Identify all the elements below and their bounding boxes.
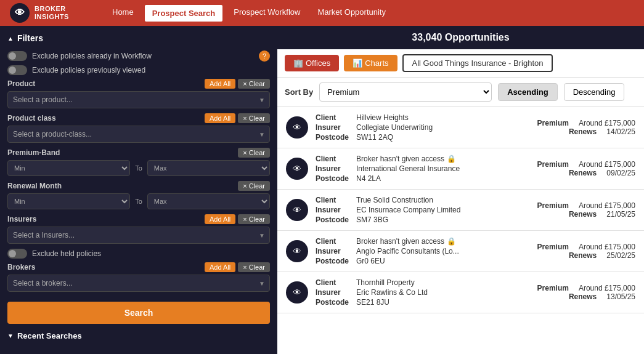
eye-icon[interactable]: 👁 <box>286 240 308 262</box>
brokers-select[interactable]: Select a brokers... <box>7 275 270 292</box>
brokers-label: Brokers <box>7 263 35 272</box>
client-value: True Solid Construction <box>356 196 517 204</box>
result-premium: Premium Around £175,000 Renews 14/02/25 <box>524 119 635 136</box>
sort-row: Sort By Premium Ascending Descending <box>277 78 644 107</box>
postcode-value: N4 2LA <box>356 174 517 183</box>
table-row: 👁 Client Hillview Heights Insurer Colleg… <box>277 107 644 148</box>
product-class-add-all-button[interactable]: Add All <box>205 113 235 123</box>
postcode-key: Postcode <box>316 215 353 224</box>
logo: 👁 BROKER INSIGHTS <box>10 3 90 23</box>
result-details: Client Hillview Heights Insurer Collegia… <box>316 113 517 142</box>
toggle-row-1: Exclude policies already in Workflow ? <box>7 50 270 62</box>
sort-by-label: Sort By <box>285 87 313 97</box>
table-row: 👁 Client Thornhill Property Insurer Eric… <box>277 272 644 313</box>
sort-ascending-button[interactable]: Ascending <box>498 83 557 101</box>
premium-band-min-select[interactable]: Min <box>7 160 130 176</box>
premium-value: Around £175,000 <box>579 201 635 210</box>
toggle-label-2: Exclude policies previously viewed <box>32 66 145 74</box>
tab-charts-button[interactable]: 📊 Charts <box>344 55 397 71</box>
brokers-clear-button[interactable]: × Clear <box>238 262 270 272</box>
renewal-month-clear-button[interactable]: × Clear <box>238 181 270 191</box>
nav-market-opportunity[interactable]: Market Opportunity <box>310 4 393 23</box>
product-class-clear-button[interactable]: × Clear <box>238 113 270 123</box>
premium-key: Premium <box>537 243 569 251</box>
content-toolbar: 🏢 Offices 📊 Charts All Good Things Insur… <box>277 49 644 78</box>
filter-premium-band: Premium-Band × Clear Min To Max <box>7 148 270 176</box>
eye-icon[interactable]: 👁 <box>286 116 308 139</box>
renewal-month-label: Renewal Month <box>7 182 62 190</box>
nav-home[interactable]: Home <box>105 4 141 23</box>
product-label: Product <box>7 79 35 88</box>
insurers-clear-button[interactable]: × Clear <box>238 214 270 224</box>
client-key: Client <box>316 278 353 287</box>
product-class-select[interactable]: Select a product-class... <box>7 126 270 143</box>
toggle-exclude-workflow[interactable] <box>7 51 27 61</box>
recent-searches-title: Recent Searches <box>7 331 270 340</box>
tab-offices-button[interactable]: 🏢 Offices <box>285 55 339 71</box>
filter-product-class: Product class Add All × Clear Select a p… <box>7 113 270 143</box>
result-details: Client Thornhill Property Insurer Eric R… <box>316 278 517 307</box>
premium-band-label: Premium-Band <box>7 148 60 157</box>
sort-select[interactable]: Premium <box>319 82 492 102</box>
insurer-value: International General Insurance <box>356 164 517 173</box>
premium-band-to-label: To <box>135 164 142 172</box>
premium-value: Around £175,000 <box>579 119 635 127</box>
nav-prospect-search[interactable]: Prospect Search <box>144 4 224 23</box>
renewal-month-min-select[interactable]: Min <box>7 193 130 209</box>
client-value: Thornhill Property <box>356 278 517 287</box>
product-add-all-button[interactable]: Add All <box>205 79 235 89</box>
renews-value: 14/02/25 <box>606 127 635 136</box>
premium-value: Around £175,000 <box>579 160 635 169</box>
renewal-month-max-select[interactable]: Max <box>147 193 270 209</box>
nav-prospect-workflow[interactable]: Prospect Workflow <box>226 4 308 23</box>
tab-named-button[interactable]: All Good Things Insurance - Brighton <box>402 54 553 72</box>
filters-title: Filters <box>7 33 270 43</box>
product-select[interactable]: Select a product... <box>7 91 270 108</box>
eye-icon[interactable]: 👁 <box>286 199 308 221</box>
filter-renewal-month: Renewal Month × Clear Min To Max <box>7 181 270 209</box>
table-row: 👁 Client True Solid Construction Insurer… <box>277 190 644 231</box>
client-value: Hillview Heights <box>356 113 517 122</box>
charts-icon: 📊 <box>353 58 362 68</box>
postcode-value: Gr0 6EU <box>356 257 517 265</box>
table-row: 👁 Client Broker hasn't given access🔒 Ins… <box>277 231 644 272</box>
premium-value: Around £175,000 <box>579 243 635 251</box>
renews-value: 25/02/25 <box>606 251 635 260</box>
result-premium: Premium Around £175,000 Renews 21/05/25 <box>524 201 635 219</box>
premium-band-clear-button[interactable]: × Clear <box>238 148 270 158</box>
renews-key: Renews <box>569 210 597 219</box>
toggle-exclude-held[interactable] <box>7 249 27 259</box>
content-area: 33,040 Opportunities 🏢 Offices 📊 Charts … <box>277 26 644 354</box>
premium-band-max-select[interactable]: Max <box>147 160 270 176</box>
app-header: 👁 BROKER INSIGHTS Home Prospect Search P… <box>0 0 644 26</box>
insurer-value: Eric Rawlins & Co Ltd <box>356 288 517 297</box>
eye-icon[interactable]: 👁 <box>286 281 308 304</box>
result-premium: Premium Around £175,000 Renews 13/05/25 <box>524 284 635 301</box>
client-key: Client <box>316 155 353 163</box>
postcode-key: Postcode <box>316 133 353 142</box>
result-premium: Premium Around £175,000 Renews 25/02/25 <box>524 243 635 260</box>
insurer-value: Collegiate Underwriting <box>356 123 517 132</box>
renews-key: Renews <box>569 127 597 136</box>
brokers-add-all-button[interactable]: Add All <box>205 262 235 272</box>
premium-key: Premium <box>537 160 569 169</box>
toggle-exclude-viewed[interactable] <box>7 65 27 75</box>
postcode-value: SM7 3BG <box>356 215 517 224</box>
sort-descending-button[interactable]: Descending <box>564 83 625 101</box>
insurers-select[interactable]: Select a Insurers... <box>7 227 270 244</box>
insurer-key: Insurer <box>316 164 353 173</box>
client-value: Broker hasn't given access🔒 <box>356 155 517 163</box>
results-list: 👁 Client Hillview Heights Insurer Colleg… <box>277 107 644 354</box>
insurers-add-all-button[interactable]: Add All <box>205 214 235 224</box>
eye-icon[interactable]: 👁 <box>286 158 308 180</box>
sidebar: Filters Exclude policies already in Work… <box>0 26 277 354</box>
renews-value: 13/05/25 <box>606 292 635 301</box>
insurer-key: Insurer <box>316 206 353 214</box>
info-icon[interactable]: ? <box>259 50 270 62</box>
search-button[interactable]: Search <box>7 302 270 324</box>
lock-icon: 🔒 <box>447 155 456 163</box>
result-details: Client Broker hasn't given access🔒 Insur… <box>316 237 517 265</box>
insurer-key: Insurer <box>316 288 353 297</box>
premium-key: Premium <box>537 201 569 210</box>
product-clear-button[interactable]: × Clear <box>238 79 270 89</box>
